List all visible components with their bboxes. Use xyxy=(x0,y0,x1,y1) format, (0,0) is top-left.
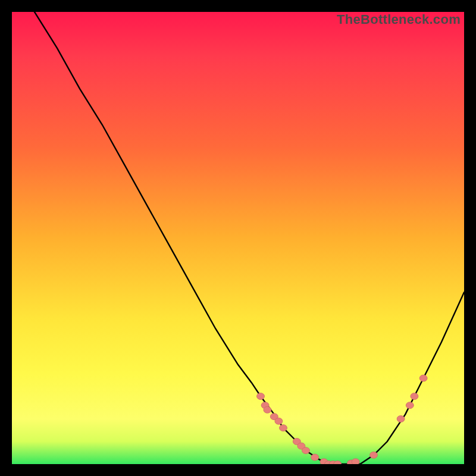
watermark-label: TheBottleneck.com xyxy=(337,12,461,27)
curve-marker xyxy=(397,416,405,422)
marker-group xyxy=(257,375,428,464)
curve-marker xyxy=(311,454,319,461)
curve-marker xyxy=(411,393,418,400)
curve-marker xyxy=(419,375,427,381)
curve-marker xyxy=(352,459,359,464)
curve-marker xyxy=(280,425,287,431)
chart-frame: TheBottleneck.com xyxy=(12,12,464,464)
curve-marker xyxy=(275,418,283,424)
bottleneck-curve-plot xyxy=(12,12,464,464)
bottleneck-curve-path xyxy=(35,12,464,464)
curve-marker xyxy=(257,393,265,400)
curve-marker xyxy=(406,402,414,409)
curve-marker xyxy=(264,406,271,413)
curve-marker xyxy=(370,452,378,458)
curve-marker xyxy=(302,447,310,454)
